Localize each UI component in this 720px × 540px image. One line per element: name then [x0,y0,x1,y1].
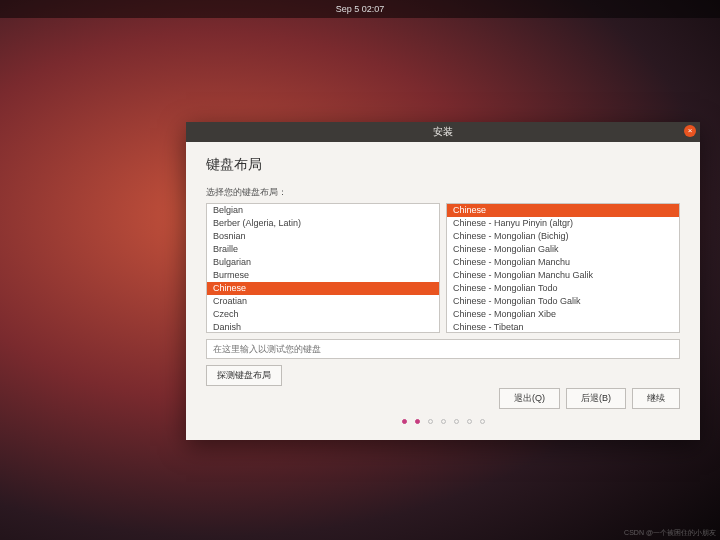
installer-content: 键盘布局 选择您的键盘布局： BelgianBerber (Algeria, L… [186,142,700,440]
progress-dot [454,419,459,424]
choose-label: 选择您的键盘布局： [206,186,680,199]
page-heading: 键盘布局 [206,156,680,174]
continue-button[interactable]: 继续 [632,388,680,409]
layout-variant-item[interactable]: Chinese - Mongolian Xibe [447,308,679,321]
layout-country-item[interactable]: Croatian [207,295,439,308]
layout-variant-item[interactable]: Chinese - Mongolian Todo Galik [447,295,679,308]
layout-country-item[interactable]: Braille [207,243,439,256]
progress-dot [441,419,446,424]
watermark-text: CSDN @一个被困住的小朋友 [624,528,716,538]
layout-country-item[interactable]: Burmese [207,269,439,282]
progress-dot [415,419,420,424]
test-input-row [206,339,680,359]
layout-country-item[interactable]: Bosnian [207,230,439,243]
back-button[interactable]: 后退(B) [566,388,626,409]
progress-dot [467,419,472,424]
layout-variant-item[interactable]: Chinese - Mongolian Galik [447,243,679,256]
layout-country-list[interactable]: BelgianBerber (Algeria, Latin)BosnianBra… [206,203,440,333]
layout-variant-item[interactable]: Chinese - Mongolian Manchu Galik [447,269,679,282]
progress-dot [480,419,485,424]
layout-variant-item[interactable]: Chinese - Mongolian Manchu [447,256,679,269]
progress-dot [428,419,433,424]
layout-variant-item[interactable]: Chinese - Mongolian Todo [447,282,679,295]
progress-dots [206,409,680,432]
quit-button[interactable]: 退出(Q) [499,388,560,409]
layout-variant-item[interactable]: Chinese - Hanyu Pinyin (altgr) [447,217,679,230]
layout-variant-list[interactable]: ChineseChinese - Hanyu Pinyin (altgr)Chi… [446,203,680,333]
window-titlebar: 安装 × [186,122,700,142]
layout-variant-item[interactable]: Chinese - Tibetan [447,321,679,333]
system-topbar: Sep 5 02:07 [0,0,720,18]
layout-country-item[interactable]: Chinese [207,282,439,295]
progress-dot [402,419,407,424]
layout-variant-item[interactable]: Chinese - Mongolian (Bichig) [447,230,679,243]
keyboard-layout-lists: BelgianBerber (Algeria, Latin)BosnianBra… [206,203,680,333]
keyboard-test-input[interactable] [206,339,680,359]
layout-country-item[interactable]: Danish [207,321,439,333]
nav-button-row: 退出(Q) 后退(B) 继续 [206,388,680,409]
layout-country-item[interactable]: Czech [207,308,439,321]
clock-text: Sep 5 02:07 [336,4,385,14]
detect-layout-button[interactable]: 探测键盘布局 [206,365,282,386]
layout-variant-item[interactable]: Chinese [447,204,679,217]
layout-country-item[interactable]: Berber (Algeria, Latin) [207,217,439,230]
window-title: 安装 [433,126,453,137]
layout-country-item[interactable]: Belgian [207,204,439,217]
layout-country-item[interactable]: Bulgarian [207,256,439,269]
close-icon[interactable]: × [684,125,696,137]
installer-window: 安装 × 键盘布局 选择您的键盘布局： BelgianBerber (Alger… [186,122,700,440]
